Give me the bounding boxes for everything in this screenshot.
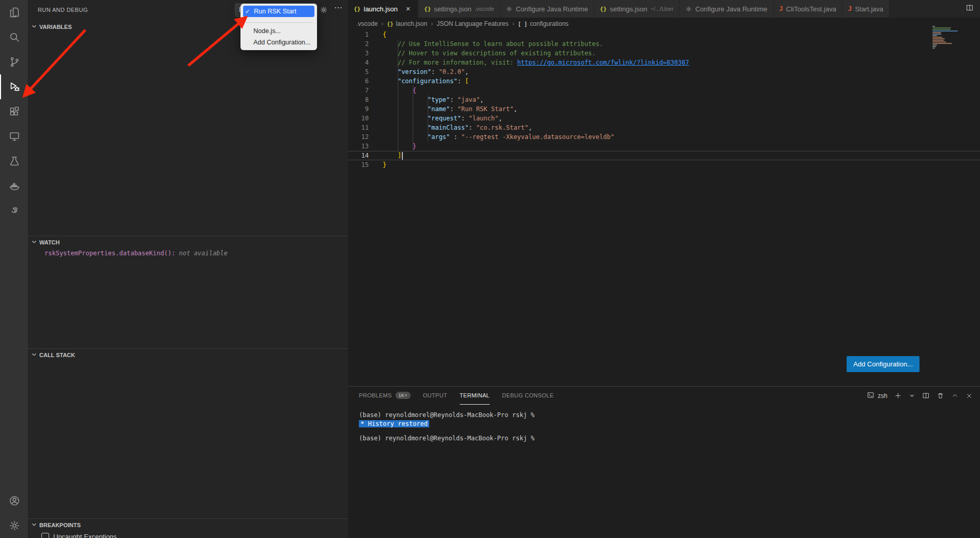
call-stack-section-header[interactable]: CALL STACK xyxy=(28,349,348,361)
tab-label: launch.json xyxy=(364,5,398,13)
code-line-13[interactable]: 13 } xyxy=(348,142,980,151)
watch-expression-row[interactable]: rskSystemProperties.databaseKind(): not … xyxy=(28,250,348,257)
watch-section-header[interactable]: WATCH xyxy=(28,236,348,249)
minimap-line xyxy=(932,26,935,27)
accounts-icon xyxy=(8,495,21,507)
tab-settings-json-user[interactable]: {}settings.json~/.../User xyxy=(594,0,680,18)
run-and-debug-icon xyxy=(8,81,21,93)
tab-label: Configure Java Runtime xyxy=(516,5,587,13)
tab-configure-java-runtime[interactable]: Configure Java Runtime xyxy=(500,0,594,18)
menu-item-node-js[interactable]: Node.js... xyxy=(240,25,317,37)
watch-value: not available xyxy=(175,250,228,257)
uncaught-exceptions-checkbox[interactable] xyxy=(41,533,49,538)
new-terminal-icon[interactable] xyxy=(894,392,902,399)
breadcrumb-launch-json[interactable]: {}launch.json xyxy=(387,20,427,27)
editor-actions xyxy=(966,0,980,18)
tab-settings-json-vscode[interactable]: {}settings.json.vscode xyxy=(418,0,500,18)
breakpoints-section-header[interactable]: BREAKPOINTS xyxy=(28,519,348,531)
menu-item-add-configuration[interactable]: Add Configuration... xyxy=(240,37,317,48)
chevron-down-icon xyxy=(31,351,38,359)
menu-item-run-rsk-start[interactable]: ✓Run RSK Start xyxy=(243,6,314,17)
activity-item-testing[interactable] xyxy=(0,149,28,174)
tab-start-java[interactable]: JStart.java xyxy=(842,0,889,18)
code-line-5[interactable]: 5 "version": "0.2.0", xyxy=(348,67,980,76)
tab-configure-java-runtime[interactable]: Configure Java Runtime xyxy=(680,0,773,18)
code-line-1[interactable]: 1{ xyxy=(348,30,980,39)
code-line-8[interactable]: 8 "type": "java", xyxy=(348,95,980,104)
terminal-shell-selector[interactable]: zsh xyxy=(867,391,887,401)
launch-profile-chevron-icon[interactable] xyxy=(909,392,915,399)
close-panel-icon[interactable] xyxy=(966,392,973,399)
activity-item-gradle[interactable] xyxy=(0,198,28,223)
code-line-14[interactable]: 14 ] xyxy=(348,151,980,160)
split-editor-icon[interactable] xyxy=(966,4,974,14)
breadcrumb-configurations[interactable]: [ ]configurations xyxy=(518,20,569,27)
minimap-line xyxy=(932,40,944,41)
kill-terminal-trash-icon[interactable] xyxy=(937,392,944,399)
launch-settings-gear-icon[interactable] xyxy=(320,6,328,16)
code-line-10[interactable]: 10 "request": "launch", xyxy=(348,114,980,123)
code-line-6[interactable]: 6 "configurations": [ xyxy=(348,76,980,86)
activity-item-run-and-debug[interactable] xyxy=(0,74,28,99)
tab-clitoolstest-java[interactable]: JCliToolsTest.java xyxy=(774,0,842,18)
panel-actions: zsh xyxy=(867,391,973,401)
activity-bar-top xyxy=(0,0,28,223)
code-line-4[interactable]: 4 // For more information, visit: https:… xyxy=(348,58,980,67)
split-terminal-icon[interactable] xyxy=(922,392,930,399)
activity-bar-bottom xyxy=(0,488,28,538)
activity-item-search[interactable] xyxy=(0,25,28,50)
breadcrumb-vscode[interactable]: .vscode xyxy=(356,20,378,27)
more-actions-icon[interactable]: ⋯ xyxy=(334,3,343,12)
code-line-9[interactable]: 9 "name": "Run RSK Start", xyxy=(348,104,980,114)
panel-tab-terminal[interactable]: TERMINAL xyxy=(460,387,490,405)
problems-count-badge: 1K+ xyxy=(396,392,411,399)
breakpoint-row: Uncaught Exceptions xyxy=(28,533,348,538)
tab-detail: ~/.../User xyxy=(650,6,673,12)
check-icon: ✓ xyxy=(245,8,251,15)
panel-tab-problems[interactable]: PROBLEMS1K+ xyxy=(359,387,411,405)
close-icon[interactable]: × xyxy=(404,5,412,12)
tab-launch-json[interactable]: {}launch.json× xyxy=(348,0,418,18)
json-file-icon: {} xyxy=(354,6,360,12)
json-file-icon: {} xyxy=(600,6,607,12)
shell-name: zsh xyxy=(878,392,887,399)
panel-tab-debug-console[interactable]: DEBUG CONSOLE xyxy=(502,387,554,405)
minimap[interactable] xyxy=(932,26,973,49)
breadcrumb-json-language-features[interactable]: JSON Language Features xyxy=(436,20,508,27)
minimap-line xyxy=(932,38,945,39)
panel-tabs: PROBLEMS1K+OUTPUTTERMINALDEBUG CONSOLE xyxy=(359,387,554,405)
line-number: 9 xyxy=(348,104,369,114)
code-editor[interactable]: 1{2 // Use IntelliSense to learn about p… xyxy=(348,30,980,386)
activity-item-manage[interactable] xyxy=(0,513,28,538)
line-number: 7 xyxy=(348,86,369,95)
code-line-12[interactable]: 12 "args" : "--regtest -Xkeyvalue.dataso… xyxy=(348,132,980,142)
line-number: 1 xyxy=(348,30,369,39)
code-line-7[interactable]: 7 { xyxy=(348,86,980,95)
maximize-panel-chevron-icon[interactable] xyxy=(951,392,959,399)
panel-tab-output[interactable]: OUTPUT xyxy=(423,387,447,405)
minimap-line xyxy=(932,35,937,36)
call-stack-section: CALL STACK xyxy=(28,348,348,518)
tab-detail: .vscode xyxy=(475,6,494,12)
line-number: 10 xyxy=(348,114,369,123)
activity-item-docker[interactable] xyxy=(0,174,28,198)
code-line-2[interactable]: 2 // Use IntelliSense to learn about pos… xyxy=(348,39,980,49)
activity-item-explorer[interactable] xyxy=(0,0,28,25)
tab-label: settings.json xyxy=(434,5,471,13)
line-number: 4 xyxy=(348,58,369,67)
code-line-11[interactable]: 11 "mainClass": "co.rsk.Start", xyxy=(348,123,980,132)
breadcrumb: .vscode›{}launch.json›JSON Language Feat… xyxy=(348,18,980,30)
activity-item-source-control[interactable] xyxy=(0,50,28,74)
activity-item-accounts[interactable] xyxy=(0,488,28,513)
terminal[interactable]: (base) reynoldmorel@Reynolds-MacBook-Pro… xyxy=(348,405,980,443)
editor-tabs: {}launch.json×{}settings.json.vscodeConf… xyxy=(348,0,889,18)
code-line-15[interactable]: 15} xyxy=(348,160,980,170)
code-line-3[interactable]: 3 // Hover to view descriptions of exist… xyxy=(348,49,980,58)
activity-item-remote-explorer[interactable] xyxy=(0,124,28,149)
gradle-icon xyxy=(8,205,21,217)
breadcrumb-separator: › xyxy=(431,20,433,27)
add-configuration-button[interactable]: Add Configuration... xyxy=(847,356,919,372)
tab-label: settings.json xyxy=(610,5,647,13)
symbol-array-icon: [ ] xyxy=(518,21,527,27)
activity-item-extensions[interactable] xyxy=(0,99,28,124)
